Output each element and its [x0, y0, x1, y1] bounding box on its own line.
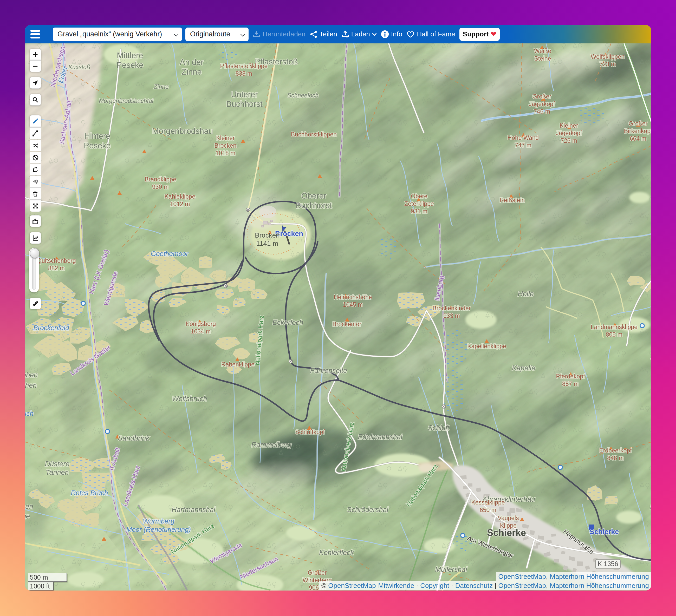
svg-text:uch: uch	[25, 410, 34, 417]
svg-text:1012 m: 1012 m	[170, 201, 190, 207]
svg-text:838 m: 838 m	[235, 70, 252, 77]
svg-text:Kleiner: Kleiner	[216, 135, 235, 141]
svg-text:Schierke: Schierke	[487, 528, 526, 538]
svg-text:Fahrenseite: Fahrenseite	[310, 367, 347, 375]
svg-text:Weiße: Weiße	[534, 48, 551, 54]
svg-text:Schneeloch: Schneeloch	[287, 92, 319, 99]
svg-text:Jägerkopf: Jägerkopf	[528, 101, 555, 107]
svg-text:Zeterklippe: Zeterklippe	[404, 200, 434, 207]
svg-text:Peseke: Peseke	[116, 61, 143, 70]
svg-text:Heinrichshöhe: Heinrichshöhe	[334, 294, 372, 301]
svg-text:Königsberg: Königsberg	[186, 320, 216, 327]
svg-text:Großer: Großer	[629, 120, 647, 127]
svg-text:664 m: 664 m	[630, 135, 646, 142]
svg-text:Reißstein: Reißstein	[500, 197, 525, 203]
svg-text:Peseke: Peseke	[84, 141, 111, 150]
svg-text:Buchhorst: Buchhorst	[296, 201, 332, 210]
svg-text:Tannen: Tannen	[46, 469, 69, 477]
svg-text:Kuxstoß: Kuxstoß	[68, 64, 90, 70]
svg-text:Jägerkopf: Jägerkopf	[556, 130, 582, 136]
svg-text:1045 m: 1045 m	[343, 301, 363, 308]
svg-text:Buchhorst: Buchhorst	[226, 100, 263, 109]
svg-text:931 m: 931 m	[411, 208, 428, 215]
svg-text:723 m: 723 m	[599, 61, 616, 68]
svg-text:Edelmannshai: Edelmannshai	[358, 433, 402, 441]
svg-text:Steine: Steine	[534, 55, 551, 62]
svg-text:930 m: 930 m	[152, 184, 169, 190]
svg-text:1034 m: 1034 m	[191, 328, 211, 335]
svg-text:805 m: 805 m	[606, 331, 622, 338]
svg-text:Rotes Bruch: Rotes Bruch	[71, 489, 108, 497]
svg-text:Kapellenklippe: Kapellenklippe	[467, 343, 506, 350]
svg-text:Großer: Großer	[532, 93, 552, 100]
svg-text:Eckerloch: Eckerloch	[273, 319, 303, 326]
svg-text:Holle: Holle	[518, 290, 534, 298]
svg-text:1141 m: 1141 m	[257, 240, 278, 247]
svg-text:chen: chen	[25, 381, 37, 389]
svg-text:Brandklippe: Brandklippe	[145, 176, 176, 183]
svg-text:Birkenkopf: Birkenkopf	[624, 128, 651, 134]
svg-text:Müllershai: Müllershai	[435, 566, 467, 573]
svg-text:Kesselklippe: Kesselklippe	[471, 499, 505, 506]
svg-text:K 1356: K 1356	[598, 560, 618, 567]
svg-text:Hintere: Hintere	[84, 131, 110, 141]
svg-text:Pferdekopf: Pferdekopf	[556, 373, 585, 380]
svg-text:Wolfsbruch: Wolfsbruch	[172, 395, 207, 403]
svg-text:Düstere: Düstere	[45, 460, 70, 468]
svg-text:eben: eben	[25, 371, 38, 379]
svg-text:Großer: Großer	[308, 569, 327, 576]
svg-text:Sandbrink: Sandbrink	[118, 434, 150, 442]
svg-text:Schluft: Schluft	[428, 424, 450, 432]
svg-text:Kahleklippe: Kahleklippe	[165, 193, 195, 200]
svg-text:Hohe Wand: Hohe Wand	[508, 134, 539, 141]
svg-text:Buchhorstklippen: Buchhorstklippen	[291, 131, 337, 138]
svg-text:746 m: 746 m	[533, 108, 550, 115]
svg-text:ge: ge	[25, 512, 30, 520]
svg-text:747 m: 747 m	[515, 142, 531, 149]
svg-text:Vaupels: Vaupels	[498, 515, 519, 521]
svg-text:726 m: 726 m	[561, 137, 577, 144]
svg-text:Kohlerfleck: Kohlerfleck	[319, 549, 354, 556]
svg-text:Mittlere: Mittlere	[117, 51, 143, 60]
svg-text:Obere: Obere	[411, 193, 428, 200]
svg-text:Brocken: Brocken	[215, 142, 236, 149]
svg-text:Morgenbrodshau: Morgenbrodshau	[152, 127, 213, 136]
svg-text:Kapelle: Kapelle	[512, 364, 536, 372]
svg-text:Quitschenberg: Quitschenberg	[37, 257, 76, 264]
svg-text:Kleiner: Kleiner	[560, 122, 578, 129]
svg-text:Schrödershai: Schrödershai	[347, 506, 388, 513]
svg-text:Brocken: Brocken	[255, 231, 280, 239]
svg-text:Wurmberg: Wurmberg	[143, 517, 174, 525]
svg-text:857 m: 857 m	[562, 380, 579, 387]
svg-text:Zinne: Zinne	[181, 67, 202, 76]
svg-text:Schierke: Schierke	[590, 528, 619, 536]
svg-text:650 m: 650 m	[480, 507, 496, 513]
svg-text:Erdbeerkopf: Erdbeerkopf	[599, 447, 632, 454]
svg-text:Moor (Renoturierung): Moor (Renoturierung)	[126, 526, 191, 533]
svg-text:Wolfsklippen: Wolfsklippen	[591, 53, 624, 60]
svg-text:Jungfrau: Jungfrau	[651, 354, 651, 361]
svg-text:933 m: 933 m	[443, 312, 460, 319]
svg-text:Brockenkinder: Brockenkinder	[432, 305, 470, 312]
svg-text:Zinne: Zinne	[153, 83, 169, 90]
svg-text:hen: hen	[25, 503, 33, 510]
svg-text:Brockentor: Brockentor	[332, 321, 361, 327]
svg-text:Oberer: Oberer	[301, 191, 326, 200]
svg-text:1018 m: 1018 m	[216, 150, 235, 157]
svg-text:Pflasterstoßklippe: Pflasterstoßklippe	[220, 63, 268, 69]
svg-text:Schluftkopf: Schluftkopf	[295, 429, 325, 435]
svg-text:Rammelberg: Rammelberg	[251, 441, 292, 449]
svg-text:Hartmannshai: Hartmannshai	[172, 506, 216, 513]
svg-text:848 m: 848 m	[607, 454, 624, 461]
svg-text:882 m: 882 m	[48, 265, 65, 271]
svg-text:Morgenbrodsbachtal: Morgenbrodsbachtal	[99, 98, 154, 104]
svg-text:Landmannsklippe: Landmannsklippe	[591, 324, 637, 330]
svg-text:Rabenklippe: Rabenklippe	[221, 361, 255, 368]
svg-text:An der: An der	[180, 58, 203, 67]
svg-text:Goethemoor: Goethemoor	[151, 250, 189, 258]
svg-text:Brockenfeld: Brockenfeld	[33, 324, 69, 332]
svg-text:Hilmsbruc: Hilmsbruc	[650, 503, 651, 511]
svg-text:Unterer: Unterer	[231, 90, 258, 99]
